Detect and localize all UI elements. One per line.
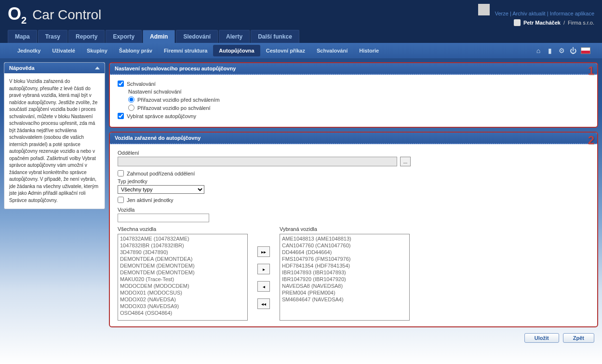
logo-o2: O2	[8, 4, 27, 26]
user-company: Firma s.r.o.	[568, 20, 594, 26]
list-item[interactable]: CAN1047760 (CAN1047760)	[281, 242, 408, 249]
list-item[interactable]: DEMONTDEA (DEMONTDEA)	[119, 256, 246, 262]
help-header: Nápověda	[4, 63, 105, 73]
home-icon[interactable]: ⌂	[535, 47, 542, 54]
input-department[interactable]	[118, 157, 397, 166]
list-item[interactable]: DEMONTDEM (DEMONTDEM)	[119, 269, 246, 276]
box-icon	[478, 4, 490, 15]
sub-tab-6[interactable]: Cestovní příkaz	[260, 45, 311, 56]
link-archive[interactable]: Archiv aktualit	[512, 11, 545, 16]
panel-approval-settings: 1 Nastavení schvalovacího procesu autopů…	[109, 62, 598, 128]
panel2-header: Vozidla zařazené do autopůjčovny	[110, 133, 597, 144]
label-unit-type: Typ jednotky	[118, 178, 589, 184]
button-back[interactable]: Zpět	[563, 333, 594, 343]
help-panel: Nápověda V bloku Vozidla zařazená do aut…	[4, 62, 105, 209]
button-move-right[interactable]: ▸	[257, 264, 270, 274]
list-item[interactable]: 1047832AME (1047832AME)	[119, 235, 246, 242]
main-tab-sledování[interactable]: Sledování	[176, 30, 218, 43]
button-move-left[interactable]: ◂	[257, 281, 270, 292]
list-item[interactable]: IBR1047893 (IBR1047893)	[281, 269, 408, 276]
sub-tab-5[interactable]: Autopůjčovna	[213, 45, 260, 56]
checkbox-approval[interactable]	[118, 81, 124, 87]
list-item[interactable]: OSO4864 (OSO4864)	[119, 310, 246, 316]
sub-tab-0[interactable]: Jednotky	[12, 45, 46, 56]
main-tab-exporty[interactable]: Exporty	[106, 30, 142, 43]
list-item[interactable]: FMS1047976 (FMS1047976)	[281, 256, 408, 262]
sub-tab-1[interactable]: Uživatelé	[46, 45, 81, 56]
user-row: Petr Macháček / Firma s.r.o.	[478, 19, 594, 26]
label-include-sub: Zahrnout podřízená oddělení	[127, 171, 195, 176]
power-icon[interactable]: ⏻	[569, 47, 577, 54]
gear-icon[interactable]: ⚙	[558, 47, 565, 54]
checkbox-active-only[interactable]	[118, 197, 124, 203]
collapse-icon[interactable]	[95, 67, 100, 69]
top-links: Verze | Archiv aktualit | Informace apli…	[478, 4, 594, 26]
radio-assign-after[interactable]	[128, 105, 134, 111]
list-item[interactable]: AME1048813 (AME1048813)	[281, 235, 408, 242]
list-item[interactable]: MODOX03 (NAVEDSA9)	[119, 303, 246, 310]
folder-icon[interactable]: ▮	[546, 47, 554, 54]
link-version[interactable]: Verze	[495, 11, 508, 16]
sub-tab-4[interactable]: Firemní struktura	[158, 45, 213, 56]
radio-assign-before[interactable]	[128, 96, 134, 103]
list-item[interactable]: DD44664 (DD44664)	[281, 249, 408, 256]
list-item[interactable]: MODOX02 (NAVEDSA)	[119, 296, 246, 303]
main-tab-alerty[interactable]: Alerty	[219, 30, 250, 43]
label-all-vehicles: Všechna vozidla	[118, 226, 248, 232]
dual-list: Všechna vozidla 1047832AME (1047832AME)1…	[118, 226, 589, 321]
link-info[interactable]: Informace aplikace	[550, 11, 594, 16]
checkbox-include-sub[interactable]	[118, 170, 124, 176]
sub-tabs: JednotkyUživateléSkupinyŠablony právFire…	[0, 43, 602, 58]
list-item[interactable]: 1047832IBR (1047832IBR)	[119, 242, 246, 249]
button-save[interactable]: Uložit	[524, 333, 559, 343]
label-selected-vehicles: Vybraná vozidla	[280, 226, 410, 232]
select-unit-type[interactable]: Všechny typy	[118, 185, 204, 194]
main-tab-trasy[interactable]: Trasy	[38, 30, 67, 43]
panel-number-2: 2	[588, 134, 594, 147]
main-tab-admin[interactable]: Admin	[143, 30, 175, 43]
list-item[interactable]: PREM004 (PREM004)	[281, 289, 408, 296]
label-department: Oddělení	[118, 150, 589, 156]
panel1-header: Nastavení schvalovacího procesu autopůjč…	[110, 63, 597, 75]
footer-buttons: Uložit Zpět	[109, 331, 598, 345]
button-move-all-right[interactable]: ▸▸	[257, 246, 270, 257]
sub-tab-7[interactable]: Schvalování	[311, 45, 353, 56]
listbox-selected-vehicles[interactable]: AME1048813 (AME1048813)CAN1047760 (CAN10…	[280, 234, 410, 321]
label-approval: Schvalování	[127, 81, 156, 87]
input-vehicle-filter[interactable]	[118, 214, 209, 222]
list-item[interactable]: MAKU020 (Trace-Test)	[119, 276, 246, 283]
logo-area: O2 Car Control	[8, 4, 101, 26]
flag-icon[interactable]	[581, 47, 590, 54]
list-item[interactable]: HDF7841354 (HDF7841354)	[281, 262, 408, 269]
listbox-all-vehicles[interactable]: 1047832AME (1047832AME)1047832IBR (10478…	[118, 234, 248, 321]
move-buttons: ▸▸ ▸ ◂ ◂◂	[257, 226, 270, 321]
main-tab-reporty[interactable]: Reporty	[68, 30, 105, 43]
panel-number-1: 1	[588, 64, 594, 78]
list-item[interactable]: MODOCDEM (MODOCDEM)	[119, 283, 246, 289]
list-item[interactable]: SM4684647 (NAVEDSA4)	[281, 296, 408, 303]
label-approval-settings: Nastavení schvalování	[128, 89, 182, 94]
list-item[interactable]: DEMONTDEM (DEMONTDEM)	[119, 262, 246, 269]
help-body: V bloku Vozidla zařazená do autopůjčovny…	[4, 73, 105, 209]
label-vehicles: Vozidla	[118, 207, 589, 213]
sub-tab-3[interactable]: Šablony práv	[113, 45, 158, 56]
label-active-only: Jen aktivní jednotky	[127, 197, 174, 203]
list-item[interactable]: 3D47890 (3D47890)	[119, 249, 246, 256]
sub-tab-2[interactable]: Skupiny	[81, 45, 113, 56]
toolbar-icons: ⌂ ▮ ⚙ ⏻	[535, 47, 590, 54]
list-item[interactable]: MODOX01 (MODOCSUS)	[119, 289, 246, 296]
list-item[interactable]: IBR1047920 (IBR1047920)	[281, 276, 408, 283]
main-tab-další funkce[interactable]: Další funkce	[251, 30, 299, 43]
main-content: 1 Nastavení schvalovacího procesu autopů…	[109, 62, 598, 345]
sidebar: Nápověda V bloku Vozidla zařazená do aut…	[4, 62, 105, 345]
user-icon	[514, 19, 521, 26]
list-item[interactable]: NAVEDSA8 (NAVEDSA8)	[281, 283, 408, 289]
button-department-browse[interactable]: ...	[400, 157, 411, 166]
user-name: Petr Macháček	[523, 20, 561, 26]
sub-tab-8[interactable]: Historie	[353, 45, 385, 56]
help-title: Nápověda	[9, 65, 35, 71]
button-move-all-left[interactable]: ◂◂	[257, 298, 270, 309]
label-assign-before: Přiřazovat vozidlo před schválením	[137, 97, 220, 103]
main-tab-mapa[interactable]: Mapa	[8, 30, 37, 43]
checkbox-select-admin[interactable]	[118, 113, 124, 119]
